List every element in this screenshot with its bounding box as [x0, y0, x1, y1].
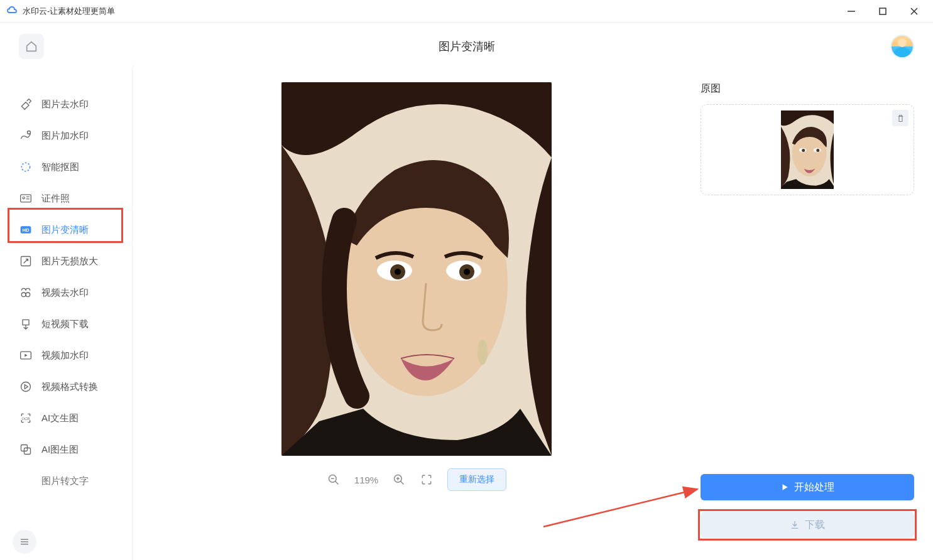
- svg-point-16: [21, 382, 31, 392]
- preview-area: 119% 重新选择: [151, 76, 682, 560]
- svg-text:HD: HD: [23, 227, 30, 233]
- sidebar-item-video-format-convert[interactable]: 视频格式转换: [6, 371, 126, 402]
- zoom-in-button[interactable]: [392, 473, 406, 487]
- thumbnail-box: [701, 104, 914, 195]
- watermark-add-icon: [19, 129, 33, 143]
- svg-point-4: [28, 131, 31, 134]
- page-header: 图片变清晰: [0, 23, 933, 70]
- minimize-button[interactable]: [845, 7, 858, 16]
- sidebar-item-ai-image-to-image[interactable]: AI图生图: [6, 434, 126, 465]
- eraser-icon: [19, 97, 33, 111]
- workspace: 图片去水印 图片加水印 智能抠图 证件照 HD 图片变清晰 图片无损放大 视频去…: [0, 70, 933, 560]
- sidebar-item-smart-cutout[interactable]: 智能抠图: [6, 151, 126, 183]
- right-actions: 开始处理 下载: [701, 474, 914, 560]
- zoom-out-button[interactable]: [327, 473, 341, 487]
- fullscreen-button[interactable]: [420, 473, 434, 487]
- thumbnail-image[interactable]: [781, 110, 834, 189]
- sidebar: 图片去水印 图片加水印 智能抠图 证件照 HD 图片变清晰 图片无损放大 视频去…: [0, 70, 132, 560]
- cutout-icon: [19, 160, 33, 174]
- download-button-label: 下载: [805, 519, 825, 532]
- svg-rect-6: [21, 195, 31, 202]
- main-area: 119% 重新选择 原图: [132, 63, 933, 560]
- sidebar-item-remove-image-watermark[interactable]: 图片去水印: [6, 89, 126, 120]
- play-icon: [780, 483, 789, 492]
- sidebar-item-label: 图片无损放大: [41, 256, 98, 267]
- sidebar-item-label: 视频去水印: [41, 287, 89, 299]
- sidebar-item-short-video-download[interactable]: 短视频下载: [6, 308, 126, 340]
- zoom-value: 119%: [354, 475, 378, 485]
- svg-point-43: [802, 149, 805, 152]
- sidebar-item-label: AI图生图: [41, 444, 79, 456]
- right-panel: 原图: [701, 76, 914, 560]
- svg-point-13: [21, 293, 26, 297]
- sidebar-item-label: 视频加水印: [41, 350, 89, 362]
- window-controls: [845, 7, 927, 16]
- svg-line-33: [335, 482, 338, 485]
- svg-point-7: [23, 197, 25, 199]
- video-eraser-icon: [19, 286, 33, 299]
- svg-point-5: [21, 163, 30, 171]
- original-label: 原图: [701, 82, 914, 95]
- sidebar-item-label: 证件照: [41, 193, 70, 205]
- upscale-icon: [19, 254, 33, 268]
- video-watermark-icon: [19, 348, 33, 362]
- sidebar-item-label: 智能抠图: [41, 161, 79, 173]
- preview-toolbar: 119% 重新选择: [327, 468, 506, 500]
- sidebar-item-image-upscale[interactable]: 图片无损放大: [6, 245, 126, 277]
- sidebar-item-label: 图片变清晰: [41, 224, 89, 236]
- app-title: 水印云-让素材处理更简单: [23, 6, 115, 17]
- maximize-button[interactable]: [876, 7, 889, 16]
- svg-point-44: [816, 149, 819, 152]
- sidebar-item-label: 短视频下载: [41, 318, 89, 330]
- start-button-label: 开始处理: [794, 481, 834, 494]
- sidebar-item-label: 图片转文字: [41, 475, 89, 487]
- sidebar-item-remove-video-watermark[interactable]: 视频去水印: [6, 277, 126, 308]
- download-video-icon: [19, 317, 33, 331]
- id-card-icon: [19, 191, 33, 205]
- sidebar-item-image-enhance[interactable]: HD 图片变清晰: [6, 214, 126, 245]
- ai-text-icon: OCR: [19, 411, 33, 425]
- preview-image: [281, 82, 552, 456]
- sidebar-item-label: 图片加水印: [41, 130, 89, 142]
- start-process-button[interactable]: 开始处理: [701, 474, 914, 500]
- sidebar-item-add-video-watermark[interactable]: 视频加水印: [6, 340, 126, 371]
- svg-rect-1: [880, 8, 886, 14]
- sidebar-item-id-photo[interactable]: 证件照: [6, 183, 126, 214]
- svg-line-36: [401, 482, 404, 485]
- delete-thumbnail-button[interactable]: [892, 110, 908, 126]
- svg-point-31: [477, 340, 488, 365]
- page-title: 图片变清晰: [439, 39, 495, 54]
- sidebar-item-ai-text-to-image[interactable]: OCR AI文生图: [6, 402, 126, 434]
- sidebar-item-label: AI文生图: [41, 412, 79, 424]
- sidebar-item-label: 图片去水印: [41, 99, 89, 110]
- sidebar-collapse-button[interactable]: [13, 530, 36, 554]
- svg-point-14: [26, 293, 30, 297]
- sidebar-item-image-to-text[interactable]: 图片转文字: [6, 465, 126, 497]
- sidebar-item-add-image-watermark[interactable]: 图片加水印: [6, 120, 126, 151]
- close-button[interactable]: [908, 7, 920, 16]
- user-avatar[interactable]: [890, 35, 914, 58]
- app-logo-icon: [6, 5, 19, 18]
- svg-point-29: [395, 269, 401, 275]
- ai-image-icon: [19, 443, 33, 456]
- svg-point-30: [464, 269, 470, 275]
- convert-icon: [19, 380, 33, 394]
- hd-icon: HD: [19, 223, 33, 237]
- download-button[interactable]: 下载: [701, 512, 914, 538]
- svg-text:OCR: OCR: [22, 417, 30, 421]
- reselect-button[interactable]: 重新选择: [447, 468, 506, 491]
- home-button[interactable]: [19, 34, 44, 59]
- sidebar-item-label: 视频格式转换: [41, 381, 98, 393]
- download-icon: [790, 520, 800, 530]
- title-bar: 水印云-让素材处理更简单: [0, 0, 933, 23]
